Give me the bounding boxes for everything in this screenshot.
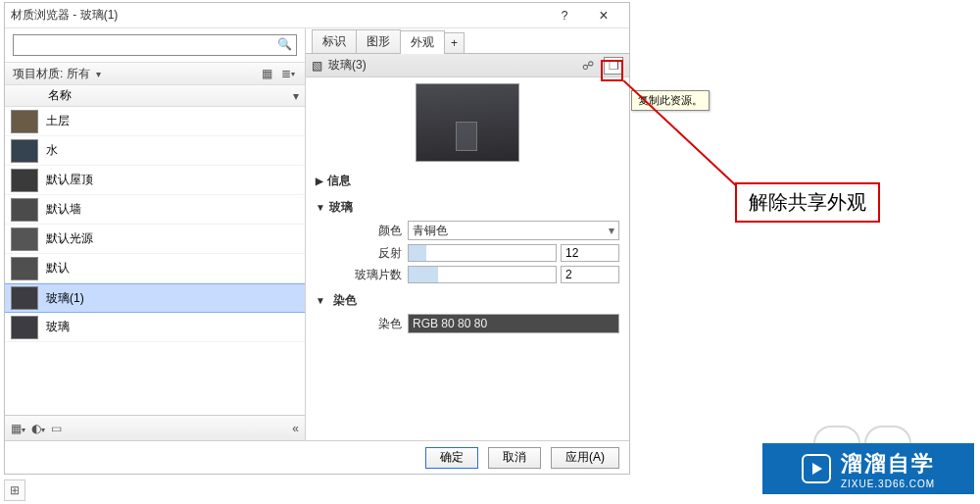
new-material-icon[interactable]: ◐▾ (31, 422, 45, 435)
tab-appearance[interactable]: 外观 (400, 30, 445, 54)
search-icon: 🔍 (277, 37, 292, 51)
dialog-footer: 确定 取消 应用(A) (5, 440, 629, 474)
close-button[interactable]: × (584, 4, 623, 27)
tab-graphics[interactable]: 图形 (356, 29, 401, 53)
asset-bar: ▧ 玻璃(3) ☍ ❐ (306, 54, 629, 77)
header-menu-icon[interactable]: ▾ (293, 89, 299, 103)
tabs: 标识 图形 外观 + (306, 28, 629, 54)
material-swatch (11, 227, 38, 251)
tooltip: 复制此资源。 (631, 90, 710, 111)
annotation-callout: 解除共享外观 (735, 182, 880, 223)
material-name: 水 (46, 142, 58, 159)
watermark-brand: 溜溜自学 (841, 451, 935, 476)
share-icon[interactable]: ☍ (578, 57, 598, 75)
search-input[interactable]: 🔍 (13, 34, 297, 56)
section-tint[interactable]: ▼染色 (316, 289, 619, 312)
right-panel: 标识 图形 外观 + ▧ 玻璃(3) ☍ ❐ ▶信息 ▼玻璃 颜色 (306, 28, 629, 440)
tint-color-field[interactable]: RGB 80 80 80 (408, 314, 619, 333)
watermark-decoration (813, 426, 931, 443)
asset-thumb-icon: ▧ (312, 59, 322, 73)
material-name: 默认屋顶 (46, 172, 93, 188)
section-glass[interactable]: ▼玻璃 (316, 196, 619, 219)
tint-label: 染色 (343, 316, 402, 332)
left-toolbar: ▦▾ ◐▾ ▭ « (5, 415, 305, 440)
material-item[interactable]: 水 (5, 136, 305, 166)
filter-label: 项目材质: (13, 66, 63, 82)
preview-thumbnail[interactable] (416, 83, 519, 162)
material-swatch (11, 316, 38, 339)
cancel-button[interactable]: 取消 (488, 447, 541, 469)
material-item[interactable]: 土层 (5, 107, 305, 136)
material-item[interactable]: 默认 (5, 254, 305, 283)
window-title: 材质浏览器 - 玻璃(1) (11, 7, 545, 24)
material-item[interactable]: 默认屋顶 (5, 166, 305, 195)
watermark: 溜溜自学 ZIXUE.3D66.COM (762, 443, 974, 494)
material-list[interactable]: 土层水默认屋顶默认墙默认光源默认玻璃(1)玻璃 (5, 107, 305, 415)
collapse-button[interactable]: « (292, 422, 299, 435)
reflect-label: 反射 (343, 245, 402, 262)
view-list-icon[interactable]: ≣▾ (279, 65, 297, 82)
material-name: 土层 (46, 113, 70, 129)
reflect-value[interactable]: 12 (561, 244, 619, 262)
material-item[interactable]: 玻璃 (5, 313, 305, 342)
color-dropdown[interactable]: 青铜色 ▾ (408, 221, 619, 240)
apply-button[interactable]: 应用(A) (551, 447, 619, 469)
material-item[interactable]: 玻璃(1) (5, 283, 305, 313)
material-swatch (11, 286, 38, 310)
sheets-label: 玻璃片数 (343, 267, 402, 283)
left-panel: 🔍 项目材质: 所有 ▾ ▦ ≣▾ 名称 ▾ 土层水默认屋顶默认墙默认光源默认玻… (5, 28, 306, 440)
tab-add[interactable]: + (444, 32, 465, 53)
sheets-value[interactable]: 2 (561, 266, 619, 283)
material-name: 默认光源 (46, 230, 93, 247)
material-swatch (11, 110, 38, 133)
reflect-slider[interactable] (408, 244, 557, 262)
material-swatch (11, 198, 38, 222)
asset-name: 玻璃(3) (328, 57, 367, 74)
view-grid-icon[interactable]: ▦ (258, 65, 275, 82)
play-icon (802, 454, 831, 483)
color-label: 颜色 (343, 223, 402, 239)
duplicate-asset-button[interactable]: ❐ (604, 57, 623, 75)
sheets-slider[interactable] (408, 266, 557, 283)
material-swatch (11, 139, 38, 163)
open-editor-icon[interactable]: ▭ (51, 422, 62, 435)
material-browser-dialog: 材质浏览器 - 玻璃(1) ? × 🔍 项目材质: 所有 ▾ ▦ ≣▾ 名称 ▾ (4, 2, 630, 475)
column-name[interactable]: 名称 (48, 87, 72, 104)
watermark-url: ZIXUE.3D66.COM (841, 479, 935, 489)
tab-identity[interactable]: 标识 (312, 29, 357, 53)
section-info[interactable]: ▶信息 (316, 170, 619, 192)
material-item[interactable]: 默认墙 (5, 195, 305, 225)
material-swatch (11, 169, 38, 192)
material-name: 玻璃 (46, 319, 70, 335)
material-name: 默认墙 (46, 201, 81, 218)
library-icon[interactable]: ▦▾ (11, 422, 25, 435)
titlebar: 材质浏览器 - 玻璃(1) ? × (5, 3, 629, 28)
ok-button[interactable]: 确定 (425, 447, 478, 469)
material-swatch (11, 257, 38, 280)
material-name: 默认 (46, 260, 70, 277)
bottom-left-grid-icon[interactable]: ⊞ (4, 479, 25, 501)
material-name: 玻璃(1) (46, 290, 84, 307)
list-header: 名称 ▾ (5, 85, 305, 107)
dropdown-icon[interactable]: ▾ (96, 69, 101, 79)
preview-area (306, 77, 629, 168)
filter-value[interactable]: 所有 (67, 66, 90, 82)
help-button[interactable]: ? (545, 4, 584, 27)
material-item[interactable]: 默认光源 (5, 225, 305, 254)
filter-bar: 项目材质: 所有 ▾ ▦ ≣▾ (5, 62, 305, 85)
